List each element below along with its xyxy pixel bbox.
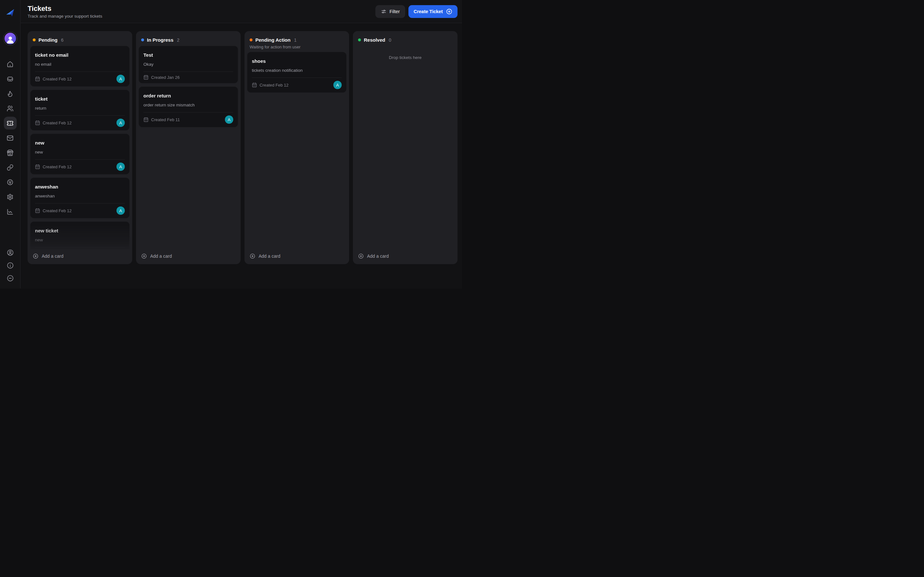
ticket-title: anweshan <box>35 184 125 189</box>
ticket-card[interactable]: anweshan anweshan Created Feb 12 A <box>30 177 129 218</box>
card-footer: Created Feb 12 A <box>35 206 125 215</box>
create-ticket-button[interactable]: Create Ticket <box>409 5 457 18</box>
calendar-icon <box>35 120 40 125</box>
ticket-card[interactable]: ticket no email no email Created Feb 12 … <box>30 46 129 87</box>
page-title: Tickets <box>27 5 102 13</box>
sidebar-footer-info[interactable] <box>6 261 14 269</box>
column-status-dot <box>33 39 36 41</box>
ticket-description: return <box>35 106 125 111</box>
column-count: 0 <box>389 37 391 43</box>
app-logo-icon <box>5 8 16 19</box>
sidebar-item-email[interactable] <box>4 131 17 144</box>
card-footer: Created Feb 11 A <box>144 115 233 124</box>
column-title: In Progress <box>147 37 174 43</box>
assignee-avatar[interactable]: A <box>116 75 125 83</box>
add-card-label: Add a card <box>258 253 280 259</box>
column-header: Pending Action 1 <box>247 33 347 46</box>
ticket-title: Test <box>144 52 233 58</box>
card-footer: Created Feb 12 A <box>252 81 342 89</box>
ticket-title: shoes <box>252 58 342 64</box>
sidebar-item-activity[interactable] <box>4 87 17 100</box>
card-divider <box>252 77 342 78</box>
ticket-card[interactable]: ticket return Created Feb 12 A <box>30 90 129 131</box>
kanban-board: Pending 6 ticket no email no email Creat… <box>21 23 462 288</box>
ticket-description: new <box>35 150 125 155</box>
circle-user-icon <box>7 249 14 256</box>
column-title: Pending Action <box>255 37 290 43</box>
ticket-card[interactable]: Test Okay Created Jan 26 <box>139 46 238 83</box>
filter-button[interactable]: Filter <box>375 5 405 18</box>
ticket-title: ticket <box>35 96 125 102</box>
plug-icon <box>7 179 13 185</box>
sidebar-item-store[interactable] <box>4 146 17 159</box>
column-card-list: Test Okay Created Jan 26 order return or… <box>139 46 238 250</box>
add-card-button[interactable]: Add a card <box>139 250 238 262</box>
sidebar-item-tickets[interactable] <box>4 117 17 129</box>
add-card-button[interactable]: Add a card <box>355 250 455 262</box>
column-count: 6 <box>61 37 63 43</box>
column-in-progress: In Progress 2 Test Okay Created Jan 26 o… <box>136 31 241 264</box>
circle-minus-icon <box>7 275 14 282</box>
sidebar-item-links[interactable] <box>4 161 17 174</box>
page-header: Tickets Track and manage your support ti… <box>21 0 462 23</box>
assignee-avatar[interactable]: A <box>116 163 125 171</box>
assignee-avatar[interactable]: A <box>225 115 233 124</box>
add-card-button[interactable]: Add a card <box>30 250 129 262</box>
card-divider <box>35 71 125 72</box>
ticket-title: new ticket <box>35 228 125 234</box>
ticket-created-date: Created Feb 12 <box>43 208 114 213</box>
calendar-icon <box>144 75 149 80</box>
calendar-icon <box>144 117 149 122</box>
assignee-avatar[interactable]: A <box>116 119 125 127</box>
sidebar-item-settings[interactable] <box>4 190 17 203</box>
add-card-label: Add a card <box>150 253 172 259</box>
sidebar-footer-account[interactable] <box>6 249 14 256</box>
column-card-list: shoes tickets creation notification Crea… <box>247 52 347 250</box>
sidebar-item-inbox[interactable] <box>4 73 17 85</box>
column-card-list: Drop tickets here <box>355 46 455 250</box>
sidebar-item-home[interactable] <box>4 58 17 71</box>
store-icon <box>7 149 13 156</box>
inbox-icon <box>7 76 13 82</box>
column-title: Resolved <box>364 37 385 43</box>
circle-plus-icon <box>141 253 147 259</box>
column-pending-action: Pending Action 1 Waiting for action from… <box>244 31 349 264</box>
column-count: 2 <box>177 37 180 43</box>
add-card-label: Add a card <box>367 253 389 259</box>
mail-icon <box>7 135 13 141</box>
column-resolved: Resolved 0 Drop tickets here Add a card <box>353 31 457 264</box>
sidebar-item-analytics[interactable] <box>4 205 17 218</box>
ticket-card[interactable]: new new Created Feb 12 A <box>30 134 129 174</box>
card-footer: Created Feb 12 A <box>35 119 125 127</box>
ticket-card[interactable]: new ticket new Created Feb 12 A <box>30 221 129 250</box>
ticket-title: order return <box>144 93 233 98</box>
column-header: Pending 6 <box>30 33 129 46</box>
sidebar-item-integrations[interactable] <box>4 176 17 189</box>
column-count: 1 <box>294 37 296 43</box>
user-icon <box>5 35 15 44</box>
assignee-avatar[interactable]: A <box>116 206 125 215</box>
ticket-card[interactable]: order return order return size mismatch … <box>139 87 238 127</box>
flame-icon <box>7 90 13 97</box>
main-area: Tickets Track and manage your support ti… <box>21 0 462 288</box>
circle-plus-icon <box>33 253 39 259</box>
calendar-icon <box>35 208 40 213</box>
ticket-card[interactable]: shoes tickets creation notification Crea… <box>247 52 347 93</box>
card-divider <box>35 159 125 160</box>
card-divider <box>35 115 125 116</box>
assignee-avatar[interactable]: A <box>333 81 342 89</box>
ticket-created-date: Created Feb 12 <box>43 164 114 169</box>
sidebar-footer-collapse[interactable] <box>6 274 14 282</box>
workspace-avatar[interactable] <box>4 32 17 45</box>
drop-zone: Drop tickets here <box>355 46 455 69</box>
ticket-description: tickets creation notification <box>252 68 342 73</box>
create-ticket-label: Create Ticket <box>414 9 443 14</box>
sidebar-item-customers[interactable] <box>4 102 17 115</box>
circle-plus-icon <box>250 253 255 259</box>
chart-line-icon <box>7 208 13 215</box>
add-card-button[interactable]: Add a card <box>247 250 347 262</box>
calendar-icon <box>252 82 257 87</box>
calendar-icon <box>35 76 40 81</box>
card-footer: Created Feb 12 A <box>35 75 125 83</box>
calendar-icon <box>35 164 40 169</box>
